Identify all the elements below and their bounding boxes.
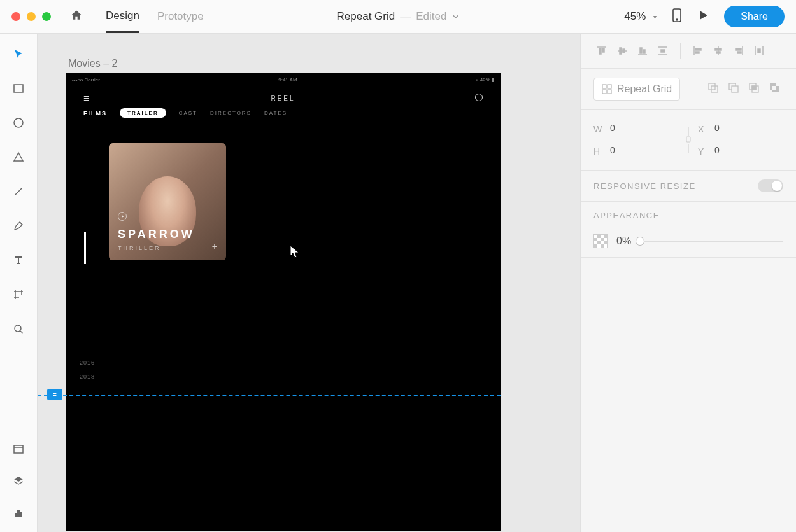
lock-aspect-icon[interactable] bbox=[685, 126, 692, 154]
select-tool-icon[interactable] bbox=[11, 46, 26, 62]
doc-name: Repeat Grid bbox=[337, 10, 395, 23]
subtract-icon[interactable] bbox=[727, 81, 743, 97]
play-preview-icon[interactable] bbox=[697, 10, 709, 24]
nav-item-directors: DIRECTORS bbox=[210, 110, 252, 116]
intersect-icon[interactable] bbox=[748, 81, 763, 97]
line-tool-icon[interactable] bbox=[11, 184, 26, 199]
svg-rect-15 bbox=[715, 48, 721, 50]
artboard-label[interactable]: Movies – 2 bbox=[68, 58, 117, 69]
nav-item-dates: DATES bbox=[264, 110, 287, 116]
svg-rect-9 bbox=[623, 49, 625, 53]
svg-rect-21 bbox=[608, 85, 611, 88]
zoom-value: 45% bbox=[624, 10, 646, 23]
repeat-grid-button[interactable]: Repeat Grid bbox=[593, 78, 680, 101]
svg-point-1 bbox=[676, 19, 678, 20]
width-input[interactable]: 0 bbox=[610, 122, 679, 136]
pen-tool-icon[interactable] bbox=[11, 218, 26, 234]
svg-rect-25 bbox=[711, 86, 718, 92]
artboard-tool-icon[interactable] bbox=[11, 287, 26, 302]
appearance-label: APPEARANCE bbox=[593, 211, 783, 220]
svg-rect-2 bbox=[14, 85, 23, 92]
window-controls bbox=[11, 12, 51, 21]
y-input[interactable]: 0 bbox=[714, 144, 783, 158]
align-top-icon[interactable] bbox=[593, 43, 610, 59]
minimize-window-icon[interactable] bbox=[27, 12, 36, 21]
svg-rect-31 bbox=[686, 137, 690, 142]
text-tool-icon[interactable] bbox=[11, 253, 26, 268]
svg-rect-6 bbox=[599, 48, 601, 54]
svg-rect-10 bbox=[640, 48, 642, 53]
nav-pill-trailer: TRAILER bbox=[120, 108, 166, 118]
assets-panel-icon[interactable] bbox=[11, 442, 26, 457]
scroll-guide-line[interactable] bbox=[38, 395, 501, 396]
app-header: ☰ REEL bbox=[66, 86, 501, 104]
canvas[interactable]: Movies – 2 •••oo Carrier 9:41 AM × 42% ▮… bbox=[38, 34, 580, 532]
svg-rect-7 bbox=[602, 48, 604, 52]
svg-point-4 bbox=[15, 325, 21, 332]
svg-rect-8 bbox=[620, 48, 622, 54]
year-label-1: 2016 bbox=[80, 360, 95, 366]
align-vcenter-icon[interactable] bbox=[614, 43, 630, 59]
zoom-control[interactable]: 45% ▾ bbox=[624, 10, 657, 23]
zoom-tool-icon[interactable] bbox=[11, 321, 26, 337]
polygon-tool-icon[interactable] bbox=[11, 150, 26, 165]
movie-image bbox=[109, 143, 226, 260]
plugins-panel-icon[interactable] bbox=[11, 505, 26, 521]
year-label-2: 2018 bbox=[80, 374, 95, 380]
svg-rect-18 bbox=[737, 52, 741, 53]
rectangle-tool-icon[interactable] bbox=[11, 81, 26, 96]
distribute-v-icon[interactable] bbox=[655, 43, 671, 59]
align-left-icon[interactable] bbox=[690, 43, 706, 59]
titlebar-right: 45% ▾ Share bbox=[624, 6, 785, 27]
x-input[interactable]: 0 bbox=[714, 122, 783, 136]
opacity-swatch-icon[interactable] bbox=[593, 234, 608, 248]
height-input[interactable]: 0 bbox=[610, 144, 679, 158]
app-title: REEL bbox=[271, 95, 295, 102]
svg-rect-20 bbox=[602, 85, 606, 88]
align-bottom-icon[interactable] bbox=[634, 43, 651, 59]
distribute-h-icon[interactable] bbox=[751, 43, 767, 59]
tab-prototype[interactable]: Prototype bbox=[157, 0, 204, 33]
svg-rect-11 bbox=[643, 50, 645, 53]
ellipse-tool-icon[interactable] bbox=[11, 115, 26, 130]
chevron-down-icon: ▾ bbox=[653, 13, 657, 20]
union-icon[interactable] bbox=[707, 81, 722, 97]
scroll-guide-handle[interactable]: = bbox=[47, 389, 62, 400]
battery-text: × 42% ▮ bbox=[476, 77, 494, 83]
tab-design[interactable]: Design bbox=[106, 0, 139, 33]
artboard[interactable]: •••oo Carrier 9:41 AM × 42% ▮ ☰ REEL FIL… bbox=[66, 73, 501, 531]
opacity-slider[interactable] bbox=[640, 241, 783, 242]
left-toolbar-bottom bbox=[0, 442, 37, 521]
inspector-panel: Repeat Grid W 0 X 0 H 0 Y 0 bbox=[580, 34, 796, 532]
maximize-window-icon[interactable] bbox=[42, 12, 51, 21]
layers-panel-icon[interactable] bbox=[11, 473, 26, 489]
svg-rect-19 bbox=[758, 49, 760, 53]
titlebar: Design Prototype Repeat Grid — Edited 45… bbox=[0, 0, 796, 34]
responsive-section: RESPONSIVE RESIZE bbox=[581, 171, 796, 202]
plus-icon: + bbox=[212, 241, 217, 251]
play-icon bbox=[118, 212, 127, 221]
align-hcenter-icon[interactable] bbox=[710, 43, 727, 59]
exclude-icon[interactable] bbox=[768, 81, 783, 97]
appearance-section: APPEARANCE 0% bbox=[581, 202, 796, 258]
home-icon[interactable] bbox=[70, 9, 83, 24]
doc-state-sep: — bbox=[400, 10, 411, 23]
share-button[interactable]: Share bbox=[724, 6, 785, 27]
document-title[interactable]: Repeat Grid — Edited bbox=[337, 10, 460, 23]
h-label: H bbox=[593, 146, 604, 157]
align-right-icon[interactable] bbox=[730, 43, 747, 59]
svg-rect-17 bbox=[736, 48, 741, 50]
slider-thumb[interactable] bbox=[636, 237, 644, 246]
transform-section: W 0 X 0 H 0 Y 0 bbox=[581, 110, 796, 171]
w-label: W bbox=[593, 124, 604, 134]
opacity-value[interactable]: 0% bbox=[616, 235, 631, 247]
responsive-label: RESPONSIVE RESIZE bbox=[593, 181, 696, 191]
svg-rect-30 bbox=[752, 86, 756, 90]
chevron-down-icon bbox=[451, 13, 459, 20]
device-statusbar: •••oo Carrier 9:41 AM × 42% ▮ bbox=[66, 73, 501, 86]
status-time: 9:41 AM bbox=[278, 77, 297, 83]
responsive-toggle[interactable] bbox=[758, 179, 783, 192]
svg-rect-22 bbox=[602, 90, 606, 94]
close-window-icon[interactable] bbox=[11, 12, 20, 21]
device-preview-icon[interactable] bbox=[672, 8, 682, 25]
